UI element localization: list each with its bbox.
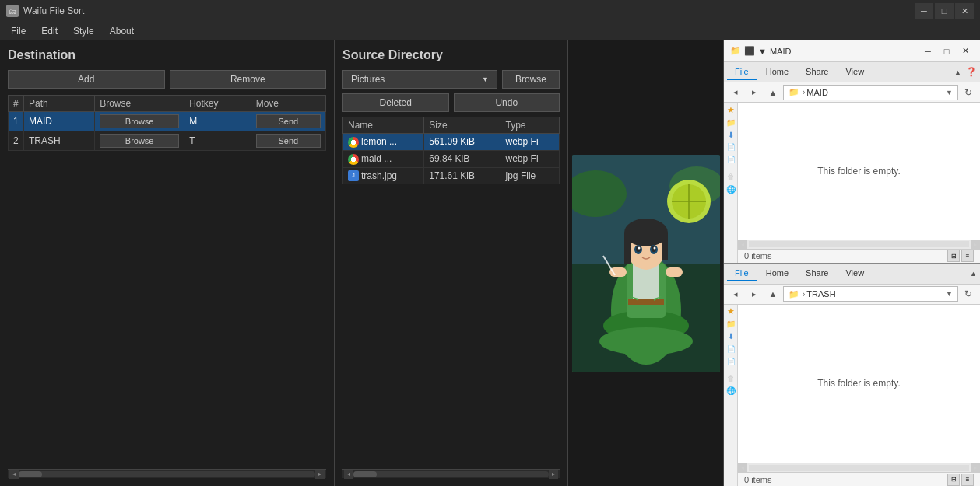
maximize-button[interactable]: □ <box>935 3 954 19</box>
directory-dropdown[interactable]: Pictures ▼ <box>342 70 497 89</box>
col-move: Move <box>251 96 325 112</box>
exp-maid-close[interactable]: ✕ <box>957 44 974 59</box>
sidebar-trash[interactable]: 🗑 <box>725 171 736 182</box>
menu-about[interactable]: About <box>102 24 142 38</box>
sidebar-doc[interactable]: 📄 <box>725 142 736 152</box>
table-row[interactable]: 1 MAID Browse M Send <box>9 112 326 131</box>
view-list-button-trash[interactable]: ≡ <box>961 474 974 486</box>
tab-share[interactable]: Share <box>798 65 836 80</box>
forward-button[interactable]: ▸ <box>746 85 763 100</box>
file-row[interactable]: Jtrash.jpg 171.61 KiB jpg File <box>343 167 560 184</box>
hscroll-track-trash[interactable] <box>749 465 969 471</box>
hscroll-left[interactable]: ◂ <box>738 240 747 249</box>
up-button-trash[interactable]: ▲ <box>764 286 782 302</box>
exp-maid-title-bar: 📁 ⬛ ▼ MAID ─ □ ✕ <box>724 40 980 62</box>
star-icon: ★ <box>727 105 735 115</box>
send-trash-button[interactable]: Send <box>256 134 321 148</box>
ribbon-expand-icon-2[interactable]: ▲ <box>970 270 977 278</box>
browse-source-button[interactable]: Browse <box>502 70 560 89</box>
tab-share-trash[interactable]: Share <box>798 266 836 281</box>
deleted-button[interactable]: Deleted <box>342 93 449 112</box>
menu-style[interactable]: Style <box>65 24 102 38</box>
browse-trash-button[interactable]: Browse <box>100 134 179 148</box>
sidebar-net[interactable]: 🌐 <box>725 184 736 194</box>
ribbon-expand-icon[interactable]: ▲ <box>954 68 961 76</box>
address-bar[interactable]: 📁 › MAID ▼ <box>783 85 958 100</box>
sidebar-doc-trash[interactable]: 📄 <box>725 344 736 355</box>
sidebar-trash-icon[interactable]: 🗑 <box>725 373 736 384</box>
scroll-left-arrow[interactable]: ◂ <box>9 470 19 479</box>
tab-view[interactable]: View <box>838 65 872 80</box>
back-button-trash[interactable]: ◂ <box>727 286 744 302</box>
row-hotkey: T <box>184 131 251 151</box>
file-name-cell: maid ... <box>343 150 424 167</box>
col-num: # <box>9 96 24 112</box>
undo-button[interactable]: Undo <box>454 93 560 112</box>
exp-maid-controls: ─ □ ✕ <box>919 44 974 59</box>
view-grid-button[interactable]: ⊞ <box>947 250 960 262</box>
table-row[interactable]: 2 TRASH Browse T Send <box>9 131 326 151</box>
scroll-track[interactable] <box>19 471 315 477</box>
address-bar-trash[interactable]: 📁 › TRASH ▼ <box>783 286 958 302</box>
scroll-left-arrow[interactable]: ◂ <box>344 470 353 479</box>
view-list-button[interactable]: ≡ <box>961 250 974 262</box>
hscroll-right[interactable]: ▸ <box>971 240 980 249</box>
tab-file[interactable]: File <box>727 65 757 80</box>
file-row[interactable]: lemon ... 561.09 KiB webp Fi <box>343 134 560 151</box>
exp-maid-maximize[interactable]: □ <box>938 44 955 59</box>
scroll-thumb[interactable] <box>353 471 377 477</box>
col-type[interactable]: Type <box>501 117 559 134</box>
sidebar-doc2-trash[interactable]: 📄 <box>725 356 736 367</box>
file-row[interactable]: maid ... 69.84 KiB webp Fi <box>343 150 560 167</box>
refresh-button[interactable]: ↻ <box>960 85 977 100</box>
refresh-button-trash[interactable]: ↻ <box>960 286 977 302</box>
exp-sidebar-trash: ★ 📁 ⬇ 📄 📄 🗑 🌐 <box>724 305 738 487</box>
col-name[interactable]: Name <box>343 117 424 134</box>
hscroll-right-trash[interactable]: ▸ <box>971 463 980 473</box>
sidebar-download[interactable]: ⬇ <box>725 129 736 140</box>
sidebar-doc2[interactable]: 📄 <box>725 154 736 165</box>
col-size[interactable]: Size <box>424 117 501 134</box>
title-bar-left: 🗂 Waifu File Sort <box>6 5 84 17</box>
sidebar-star-trash[interactable]: ★ <box>725 306 736 317</box>
sidebar-folder-1[interactable]: 📁 <box>725 117 736 128</box>
back-button[interactable]: ◂ <box>727 85 744 100</box>
exp-main-trash: This folder is empty. ◂ ▸ 0 items ⊞ ≡ <box>738 305 980 487</box>
close-button[interactable]: ✕ <box>955 3 974 19</box>
hscroll-track[interactable] <box>749 241 969 247</box>
source-scroll-h[interactable]: ◂ ▸ <box>342 469 560 478</box>
address-dropdown-arrow-trash[interactable]: ▼ <box>946 290 953 298</box>
add-button[interactable]: Add <box>8 70 165 89</box>
help-icon[interactable]: ❓ <box>966 67 977 77</box>
send-maid-button[interactable]: Send <box>256 114 321 128</box>
exp-maid-minimize[interactable]: ─ <box>919 44 936 59</box>
address-dropdown-arrow[interactable]: ▼ <box>946 89 953 96</box>
remove-button[interactable]: Remove <box>170 70 327 89</box>
exp-h-scrollbar-trash[interactable]: ◂ ▸ <box>738 463 980 472</box>
tab-home[interactable]: Home <box>758 65 796 80</box>
sidebar-download-trash[interactable]: ⬇ <box>725 331 736 342</box>
source-top: Pictures ▼ Browse <box>342 70 560 89</box>
scroll-track[interactable] <box>353 471 549 477</box>
hscroll-left-trash[interactable]: ◂ <box>738 463 747 473</box>
sidebar-star[interactable]: ★ <box>725 104 736 115</box>
tab-view-trash[interactable]: View <box>838 266 872 281</box>
tab-file-trash[interactable]: File <box>727 266 757 281</box>
destination-scroll-h[interactable]: ◂ ▸ <box>8 469 326 478</box>
browse-maid-button[interactable]: Browse <box>100 114 179 128</box>
menu-file[interactable]: File <box>3 24 33 38</box>
menu-edit[interactable]: Edit <box>33 24 65 38</box>
forward-button-trash[interactable]: ▸ <box>746 286 763 302</box>
view-grid-button-trash[interactable]: ⊞ <box>947 474 960 486</box>
exp-sidebar: ★ 📁 ⬇ 📄 📄 🗑 🌐 <box>724 103 738 263</box>
up-button[interactable]: ▲ <box>764 85 782 100</box>
sidebar-folder-trash[interactable]: 📁 <box>725 319 736 330</box>
scroll-thumb[interactable] <box>19 471 42 477</box>
exp-h-scrollbar[interactable]: ◂ ▸ <box>738 240 980 249</box>
sidebar-net-trash[interactable]: 🌐 <box>725 386 736 397</box>
network-icon: 🌐 <box>726 185 736 194</box>
tab-home-trash[interactable]: Home <box>758 266 796 281</box>
scroll-right-arrow[interactable]: ▸ <box>315 470 325 479</box>
scroll-right-arrow[interactable]: ▸ <box>549 470 558 479</box>
minimize-button[interactable]: ─ <box>915 3 933 19</box>
